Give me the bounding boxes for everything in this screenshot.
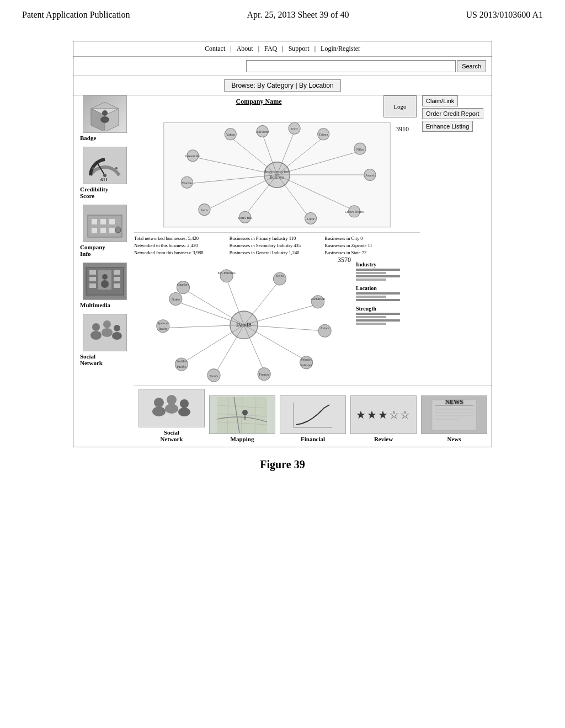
svg-text:Velocity: Velocity	[301, 357, 313, 361]
svg-text:Greenville: Greenville	[185, 154, 200, 158]
bottom-financial-thumb	[280, 395, 346, 434]
industry-title: Industry	[356, 261, 415, 267]
svg-point-113	[154, 398, 164, 408]
bottom-social-icon	[147, 390, 196, 426]
stats-col-3: Businesses in City 0 Businesses in Zipco…	[324, 235, 420, 256]
stats-col-1: Total networked businesses: 5,420 Networ…	[134, 235, 230, 256]
nav-sep-3: |	[282, 45, 283, 52]
bottom-row: SocialNetwork	[134, 385, 492, 447]
bottom-mapping-label: Mapping	[209, 436, 275, 442]
nav-faq[interactable]: FAQ	[264, 45, 277, 52]
enhance-listing-button[interactable]: Enhance Listing	[422, 121, 473, 132]
svg-text:MS-Paintrite: MS-Paintrite	[217, 271, 236, 275]
stat-general: Businesses in General Industry 1,240	[230, 249, 325, 256]
header-center: Apr. 25, 2013 Sheet 39 of 40	[247, 10, 349, 20]
svg-text:Niles: Niles	[356, 147, 364, 151]
sidebar-badge: Badge	[78, 95, 132, 141]
bottom-news: NEWS News	[421, 395, 487, 442]
svg-text:AllPointe: AllPointe	[256, 130, 269, 133]
svg-rect-12	[100, 219, 106, 224]
logo-area: Logo	[383, 95, 417, 117]
stat-total-networked: Total networked businesses: 5,420	[134, 235, 230, 242]
location-title: Location	[356, 285, 415, 291]
industry-line-2	[356, 272, 386, 274]
industry-line-3	[356, 275, 400, 277]
credibility-label: CredibilityScore	[78, 186, 132, 199]
svg-text:Aviant: Aviant	[320, 326, 329, 330]
svg-text:Zacharsen: Zacharsen	[311, 297, 326, 301]
claim-link-button[interactable]: Claim/Link	[422, 95, 458, 106]
social-thumbnail	[83, 314, 127, 351]
inner-center: Company Name Logo 3910	[134, 95, 420, 385]
stat-zipcode: Businesses in Zipcode 11	[324, 242, 420, 249]
top-section: Company Name Logo 3910	[134, 95, 492, 385]
review-stars: ★★★☆☆	[356, 408, 411, 421]
svg-text:Warble: Warble	[182, 181, 192, 185]
industry-line-1	[356, 269, 400, 271]
svg-rect-24	[114, 277, 120, 281]
mapping-icon	[217, 397, 267, 433]
svg-line-99	[215, 325, 244, 374]
badge-thumbnail	[83, 95, 127, 133]
sidebar-multimedia: Multimedia	[78, 263, 132, 308]
svg-rect-14	[92, 228, 97, 233]
bottom-mapping: Mapping	[209, 395, 275, 442]
nav-contact[interactable]: Contact	[205, 45, 225, 52]
stat-state: Businesses in State 72	[324, 249, 420, 256]
social-label: SocialNetwork	[78, 353, 132, 366]
svg-point-33	[114, 325, 120, 331]
credibility-thumbnail: 611	[83, 147, 127, 184]
svg-text:Avanti: Avanti	[365, 173, 375, 177]
right-info-panel: Industry Location	[354, 261, 420, 385]
nav-support[interactable]: Support	[289, 45, 310, 52]
svg-rect-23	[114, 270, 120, 275]
svg-point-116	[165, 404, 178, 414]
multimedia-thumbnail	[83, 263, 127, 300]
svg-rect-20	[89, 270, 96, 275]
svg-rect-11	[92, 219, 97, 224]
order-credit-button[interactable]: Order Credit Report	[422, 108, 483, 119]
nav-sep-1: |	[230, 45, 231, 52]
strength-section: Strength	[356, 306, 415, 325]
nav-about[interactable]: About	[237, 45, 253, 52]
svg-point-7	[92, 167, 94, 169]
stat-city: Businesses in City 0	[324, 235, 420, 242]
svg-text:Noble: Noble	[172, 297, 180, 301]
bottom-news-thumb: NEWS	[421, 395, 487, 434]
strength-line-3	[356, 319, 400, 322]
svg-point-29	[92, 323, 100, 331]
location-line-1	[356, 292, 400, 295]
svg-text:KBSI: KBSI	[276, 274, 284, 278]
svg-point-18	[116, 226, 120, 229]
svg-rect-25	[114, 283, 120, 288]
bottom-review-thumb: ★★★☆☆	[350, 395, 417, 434]
svg-rect-16	[109, 228, 115, 233]
location-line-3	[356, 299, 400, 301]
stats-col-2: Businesses in Primary Industry 110 Busin…	[230, 235, 325, 256]
bottom-mapping-thumb	[209, 395, 275, 434]
sidebar-social: SocialNetwork	[78, 314, 132, 366]
nav-login[interactable]: Login/Register	[321, 45, 360, 52]
figure-container: Contact | About | FAQ | Support | Login/…	[73, 41, 492, 447]
svg-text:611: 611	[100, 177, 108, 181]
search-input[interactable]	[246, 60, 456, 72]
company-icon	[85, 207, 125, 240]
company-thumbnail	[83, 205, 127, 242]
bottom-financial: Financial	[280, 395, 346, 442]
svg-rect-21	[89, 277, 96, 281]
location-section: Location	[356, 285, 415, 301]
browse-button[interactable]: Browse: By Category | By Location	[224, 79, 340, 92]
svg-text:Salesper: Salesper	[301, 363, 313, 367]
bottom-social-thumb	[138, 389, 205, 427]
svg-point-8	[115, 167, 118, 169]
svg-rect-10	[88, 215, 122, 237]
svg-point-31	[103, 320, 111, 328]
multimedia-label: Multimedia	[78, 302, 132, 308]
bottom-news-label: News	[421, 436, 487, 442]
search-button[interactable]: Search	[457, 60, 486, 72]
dandb-svg: DandB Charlie's	[134, 261, 354, 383]
industry-section: Industry	[356, 261, 415, 281]
svg-line-92	[244, 325, 305, 360]
figure-caption: Figure 39	[33, 458, 532, 471]
stat-networked-from: Networked from this business: 3,988	[134, 249, 230, 256]
